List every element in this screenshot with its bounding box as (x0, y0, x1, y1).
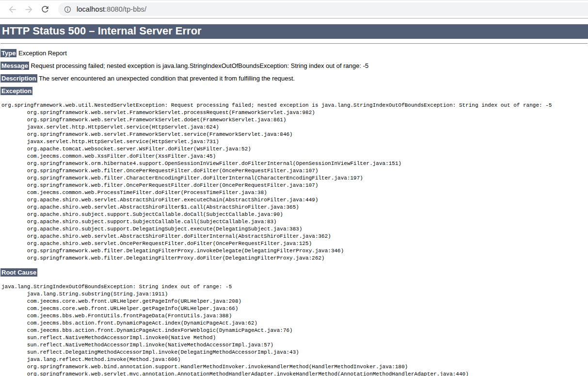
back-button[interactable] (7, 4, 17, 15)
back-arrow-icon (7, 4, 17, 15)
field-message-value: Request processing failed; nested except… (31, 62, 369, 69)
title-divider (0, 43, 588, 44)
field-description-label: Description (0, 74, 37, 82)
page-info-icon[interactable] (64, 5, 72, 14)
field-type-label: Type (0, 49, 16, 57)
exception-stack-trace: org.springframework.web.util.NestedServl… (1, 102, 588, 262)
section-exception-heading: Exception (0, 87, 588, 95)
forward-arrow-icon (24, 4, 34, 15)
browser-toolbar: localhost:8080/tp-bbs/ (0, 0, 588, 18)
root-cause-stack-trace: java.lang.StringIndexOutOfBoundsExceptio… (1, 283, 588, 376)
field-message-label: Message (0, 62, 29, 70)
field-message: Message Request processing failed; neste… (0, 62, 588, 69)
refresh-icon (40, 4, 50, 14)
url-host: localhost (77, 5, 105, 13)
field-description: Description The server encountered an un… (0, 75, 588, 82)
page-title: HTTP Status 500 – Internal Server Error (0, 24, 588, 39)
forward-button[interactable] (23, 4, 34, 15)
field-description-value: The server encountered an unexpected con… (39, 75, 295, 82)
exception-label: Exception (0, 87, 32, 95)
refresh-button[interactable] (40, 4, 50, 15)
url-text: localhost:8080/tp-bbs/ (77, 5, 146, 13)
field-type-value: Exception Report (18, 49, 67, 57)
error-page: HTTP Status 500 – Internal Server Error … (0, 24, 588, 376)
root-cause-label: Root Cause (0, 268, 37, 277)
address-bar[interactable]: localhost:8080/tp-bbs/ (58, 2, 588, 16)
section-root-cause-heading: Root Cause (0, 269, 588, 276)
url-path: :8080/tp-bbs/ (105, 5, 146, 13)
field-type: Type Exception Report (0, 49, 588, 57)
